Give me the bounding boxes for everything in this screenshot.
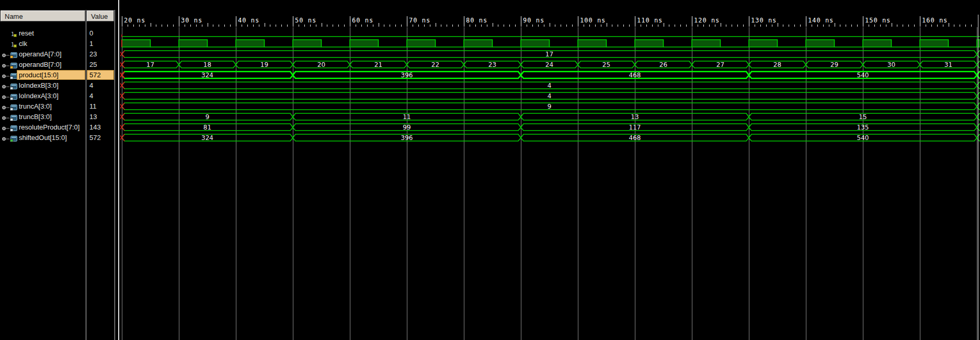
svg-text:117: 117 — [629, 124, 641, 131]
svg-text:396: 396 — [401, 72, 413, 79]
svg-text:468: 468 — [629, 72, 641, 79]
svg-text:4: 4 — [548, 92, 552, 100]
wave-reset[interactable] — [122, 34, 980, 37]
svg-text:110 ns: 110 ns — [637, 17, 663, 24]
svg-text:540: 540 — [857, 72, 869, 79]
svg-text:160 ns: 160 ns — [922, 17, 948, 24]
svg-text:135: 135 — [857, 124, 869, 131]
signal-value: 25 — [87, 60, 113, 69]
signal-value: 143 — [87, 123, 113, 132]
svg-text:324: 324 — [201, 72, 213, 79]
svg-text:130 ns: 130 ns — [751, 17, 777, 24]
signal-name: reset — [17, 29, 36, 38]
svg-text:140 ns: 140 ns — [808, 17, 834, 24]
svg-text:27: 27 — [716, 61, 724, 68]
wave-loIndexA[interactable]: 4 — [120, 92, 980, 100]
svg-text:396: 396 — [401, 134, 413, 142]
signal-name: product[15:0] — [17, 71, 85, 79]
gridlines — [122, 27, 977, 340]
signal-row-clk[interactable]: 1 clk1 — [0, 39, 119, 49]
signal-row-resoluteProduct[interactable]: resoluteProduct[7:0]143 — [0, 122, 119, 133]
svg-text:13: 13 — [631, 113, 639, 121]
wave-loIndexB[interactable]: 4 — [120, 82, 980, 89]
svg-text:120 ns: 120 ns — [694, 17, 720, 24]
signal-row-truncA[interactable]: truncA[3:0]11 — [0, 101, 119, 112]
svg-text:17: 17 — [545, 51, 553, 58]
signal-name: operandA[7:0] — [17, 50, 63, 58]
signal-value: 4 — [87, 81, 113, 90]
wave-product[interactable]: 324396468540 — [120, 72, 980, 79]
value-column-divider[interactable] — [115, 10, 115, 340]
signal-row-operandB[interactable]: operandB[7:0]25 — [0, 60, 119, 70]
svg-text:468: 468 — [629, 134, 641, 142]
svg-text:24: 24 — [545, 61, 553, 68]
signal-row-operandA[interactable]: operandA[7:0]23 — [0, 49, 119, 60]
signal-name: truncA[3:0] — [17, 102, 53, 111]
waveform-viewer-window: Name Value 1 reset0 1 clk1 operandA[7:0]… — [0, 0, 980, 340]
signal-row-truncB[interactable]: truncB[3:0]13 — [0, 112, 119, 122]
signal-row-reset[interactable]: 1 reset0 — [0, 28, 119, 39]
name-column-header[interactable]: Name — [1, 10, 85, 21]
wave-shiftedOut[interactable]: 324396468540 — [120, 134, 980, 142]
signal-value: 572 — [87, 71, 113, 79]
svg-text:9: 9 — [206, 113, 210, 121]
expander-icon[interactable] — [2, 135, 9, 144]
svg-text:23: 23 — [488, 61, 496, 68]
svg-text:30 ns: 30 ns — [181, 17, 202, 24]
svg-text:25: 25 — [602, 61, 610, 68]
signal-name: shiftedOut[15:0] — [17, 133, 69, 142]
signal-value: 23 — [87, 50, 113, 58]
svg-text:40 ns: 40 ns — [238, 17, 259, 24]
signal-name: loIndexB[3:0] — [17, 81, 60, 90]
svg-text:26: 26 — [659, 61, 667, 68]
signal-name: operandB[7:0] — [17, 60, 63, 69]
svg-text:9: 9 — [548, 103, 552, 110]
svg-text:22: 22 — [431, 61, 439, 68]
wave-clk[interactable] — [122, 40, 980, 47]
value-column-header[interactable]: Value — [87, 10, 114, 21]
wave-truncA[interactable]: 9 — [120, 103, 980, 110]
wave-resoluteProduct[interactable]: 8199117135 — [120, 124, 980, 131]
svg-text:15: 15 — [859, 113, 867, 121]
signal-value: 0 — [87, 29, 113, 38]
signal-row-shiftedOut[interactable]: shiftedOut[15:0]572 — [0, 133, 119, 143]
svg-text:81: 81 — [203, 124, 211, 131]
svg-text:100 ns: 100 ns — [580, 17, 606, 24]
svg-text:80 ns: 80 ns — [466, 17, 487, 24]
svg-text:4: 4 — [548, 82, 552, 89]
svg-text:19: 19 — [260, 61, 268, 68]
signal-value: 4 — [87, 91, 113, 100]
signal-value: 572 — [87, 133, 113, 142]
bus-signal-icon — [10, 135, 17, 144]
signal-value: 11 — [87, 102, 113, 111]
svg-text:18: 18 — [203, 61, 211, 68]
svg-text:30: 30 — [887, 61, 895, 68]
svg-text:90 ns: 90 ns — [523, 17, 544, 24]
svg-text:11: 11 — [403, 113, 411, 121]
signal-row-loIndexA[interactable]: loIndexA[3:0]4 — [0, 91, 119, 101]
svg-text:29: 29 — [830, 61, 838, 68]
svg-text:50 ns: 50 ns — [295, 17, 316, 24]
svg-text:28: 28 — [773, 61, 781, 68]
signal-name: resoluteProduct[7:0] — [17, 123, 81, 132]
signal-row-loIndexB[interactable]: loIndexB[3:0]4 — [0, 80, 119, 91]
signal-value: 1 — [87, 39, 113, 48]
wave-operandB[interactable]: 171819202122232425262728293031 — [120, 61, 980, 68]
svg-text:150 ns: 150 ns — [865, 17, 891, 24]
svg-text:324: 324 — [201, 134, 213, 142]
svg-text:540: 540 — [857, 134, 869, 142]
waveform-canvas[interactable]: 20 ns30 ns40 ns50 ns60 ns70 ns80 ns90 ns… — [120, 0, 980, 340]
signal-name: loIndexA[3:0] — [17, 91, 60, 100]
svg-text:20 ns: 20 ns — [124, 17, 145, 24]
signal-value: 13 — [87, 112, 113, 121]
wave-operandA[interactable]: 17 — [120, 51, 980, 58]
panel-splitter[interactable] — [118, 0, 119, 340]
svg-text:21: 21 — [374, 61, 382, 68]
svg-text:31: 31 — [944, 61, 952, 68]
signal-name: clk — [17, 39, 29, 48]
waveform-svg[interactable]: 20 ns30 ns40 ns50 ns60 ns70 ns80 ns90 ns… — [120, 0, 980, 340]
signal-name: truncB[3:0] — [17, 112, 53, 121]
wave-truncB[interactable]: 9111315 — [120, 113, 980, 121]
signal-row-product[interactable]: product[15:0]572 — [0, 70, 119, 80]
name-value-divider[interactable] — [86, 10, 86, 340]
